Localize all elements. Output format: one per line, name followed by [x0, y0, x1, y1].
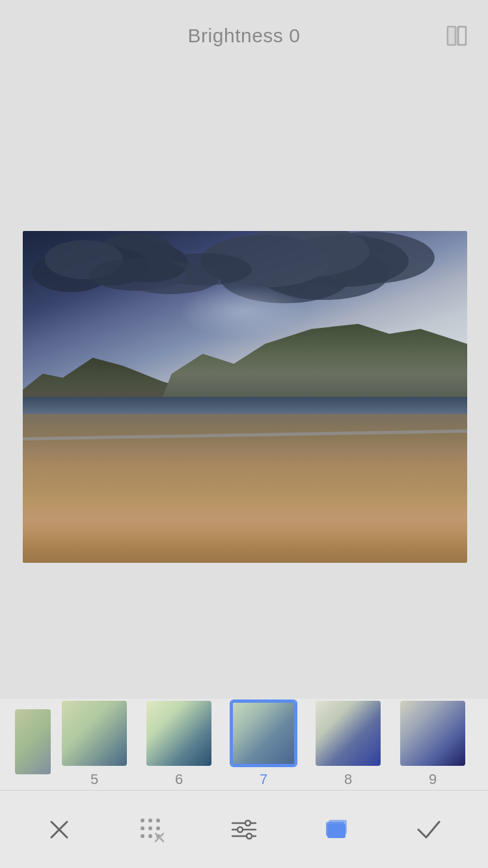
filter-thumbnail-6[interactable]	[146, 701, 211, 766]
bottom-toolbar	[0, 790, 488, 868]
svg-point-10	[141, 826, 144, 830]
filter-item-9[interactable]: 9	[390, 699, 475, 790]
filter-item-5[interactable]: 5	[52, 699, 137, 790]
filter-thumbnail-7[interactable]	[231, 701, 296, 766]
filter-thumbnail-9[interactable]	[400, 701, 465, 766]
filter-number-9: 9	[429, 771, 437, 788]
style-button[interactable]	[310, 804, 362, 856]
brightness-label: Brightness 0	[188, 25, 301, 47]
svg-point-19	[245, 821, 251, 826]
filter-number-8: 8	[344, 771, 352, 788]
svg-point-23	[247, 834, 252, 839]
filter-number-7: 7	[260, 771, 267, 788]
svg-point-11	[148, 826, 152, 830]
svg-point-14	[148, 834, 152, 838]
svg-point-21	[237, 827, 243, 832]
filter-number-5: 5	[90, 771, 98, 788]
cloud-2	[200, 235, 331, 287]
svg-point-12	[156, 826, 160, 830]
filter-item-7[interactable]: 7	[221, 699, 306, 790]
deselect-button[interactable]	[126, 804, 178, 856]
filter-strip: 5 6 7 8 9	[0, 699, 488, 790]
svg-point-9	[156, 819, 160, 822]
compare-button[interactable]	[445, 24, 468, 47]
svg-point-13	[141, 834, 144, 838]
svg-point-8	[148, 819, 152, 822]
filter-number-6: 6	[175, 771, 183, 788]
filter-thumbnail-partial[interactable]	[15, 709, 51, 774]
svg-rect-4	[448, 27, 456, 45]
svg-point-7	[141, 819, 144, 822]
svg-rect-1	[458, 27, 466, 45]
filter-item-6[interactable]: 6	[137, 699, 221, 790]
filter-thumbnail-5[interactable]	[62, 701, 127, 766]
filter-item-partial[interactable]	[13, 704, 52, 785]
adjust-button[interactable]	[218, 804, 270, 856]
top-bar: Brightness 0	[0, 0, 488, 72]
filter-item-8[interactable]: 8	[306, 699, 390, 790]
beach-scene	[23, 231, 467, 563]
svg-rect-26	[327, 824, 346, 838]
cancel-button[interactable]	[33, 804, 85, 856]
filter-thumbnail-8[interactable]	[316, 701, 381, 766]
confirm-button[interactable]	[403, 804, 455, 856]
photo-preview	[23, 231, 467, 563]
cloud-3	[89, 258, 187, 291]
